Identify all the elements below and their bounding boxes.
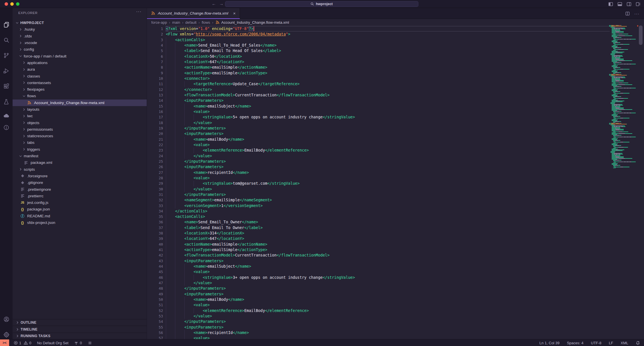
code-line-4[interactable]: <name>Send_Email_To_Head_Of_Sales</name> [166,43,605,48]
tree-item-tabs[interactable]: tabs [13,139,147,146]
zoom-window-button[interactable] [16,2,19,6]
activity-test-beaker-icon[interactable] [0,96,13,108]
tree-item-.prettierignore[interactable]: .prettierignore [13,186,147,192]
code-line-19[interactable]: </inputParameters> [166,126,605,131]
line-number-9[interactable]: 9 [147,70,163,76]
section-timeline[interactable]: TIMELINE [13,326,147,332]
line-number-57[interactable]: 57 [147,335,163,339]
code-line-29[interactable]: <stringValue>tom@gearset.com</stringValu… [166,181,605,186]
line-number-15[interactable]: 15 [147,104,163,109]
line-number-35[interactable]: 35 [147,214,163,219]
more-actions-icon[interactable]: ··· [136,9,142,14]
line-number-49[interactable]: 49 [147,291,163,297]
code-line-42[interactable]: <flowTransactionModel>CurrentTransaction… [166,252,605,258]
code-line-15[interactable]: <name>emailSubject</name> [166,104,605,109]
tree-item-objects[interactable]: objects [13,119,147,126]
line-number-16[interactable]: 16 [147,109,163,114]
task-menu[interactable] [88,341,92,345]
code-line-53[interactable]: </value> [166,313,605,319]
activity-files-icon[interactable] [0,19,13,30]
tree-item-force-app-main-default[interactable]: force-app / main / default [13,53,147,59]
line-number-33[interactable]: 33 [147,203,163,208]
code-line-41[interactable]: <actionType>emailSimple</actionType> [166,247,605,252]
code-line-10[interactable]: <connector> [166,76,605,81]
line-number-37[interactable]: 37 [147,225,163,230]
line-number-30[interactable]: 30 [147,186,163,192]
code-line-28[interactable]: <value> [166,175,605,181]
code-line-16[interactable]: <value> [166,109,605,114]
cursor-position[interactable]: Ln 1, Col 39 [539,341,559,345]
line-number-3[interactable]: 3 [147,37,163,43]
code-line-13[interactable]: <flowTransactionModel>CurrentTransaction… [166,92,605,98]
minimap[interactable] [609,25,637,168]
tree-item-.husky[interactable]: .husky [13,26,147,33]
line-number-18[interactable]: 18 [147,120,163,126]
code-line-26[interactable]: <inputParameters> [166,164,605,170]
panel-right-icon[interactable] [627,2,631,7]
activity-run-debug-icon[interactable] [0,65,13,77]
code-line-51[interactable]: <value> [166,302,605,308]
code-line-57[interactable]: <value> [166,335,605,339]
code-line-20[interactable]: <inputParameters> [166,131,605,136]
tree-item-README.md[interactable]: iREADME.md [13,213,147,219]
code-line-38[interactable]: <locationX>314</locationX> [166,230,605,236]
tree-item-package.json[interactable]: {}package.json [13,206,147,212]
code-line-7[interactable]: <locationY>647</locationY> [166,59,605,65]
code-line-17[interactable]: <stringValue>5+ open opps on account ind… [166,114,605,120]
tree-item-contentassets[interactable]: contentassets [13,79,147,86]
code-line-46[interactable]: <stringValue>3+ open opps on account ind… [166,275,605,280]
minimize-window-button[interactable] [10,2,14,6]
tree-item-permissionsets[interactable]: permissionsets [13,126,147,133]
line-number-25[interactable]: 25 [147,159,163,164]
tree-item-lwc[interactable]: lwc [13,113,147,119]
command-center-search[interactable]: hwproject [225,1,418,7]
line-number-1[interactable]: 1 [147,26,163,31]
line-number-8[interactable]: 8 [147,65,163,70]
code-line-1[interactable]: <?xml version="1.0" encoding="UTF-8"?> [166,26,605,31]
line-number-36[interactable]: 36 [147,219,163,225]
code-line-25[interactable]: </inputParameters> [166,159,605,164]
line-number-7[interactable]: 7 [147,59,163,65]
line-number-53[interactable]: 53 [147,313,163,319]
line-number-50[interactable]: 50 [147,297,163,302]
indentation[interactable]: Spaces: 4 [567,341,583,345]
breadcrumb-2[interactable]: default [185,20,196,25]
code-line-8[interactable]: <actionName>emailSimple</actionName> [166,65,605,70]
line-number-gutter[interactable]: 1234567891011121314151617181920212223242… [147,26,163,339]
code-line-27[interactable]: <name>recipientId</name> [166,170,605,175]
code-line-40[interactable]: <actionName>emailSimple</actionName> [166,242,605,247]
conflicts[interactable]: 0 [74,341,82,345]
tree-item-flows[interactable]: flows [13,93,147,99]
code-line-48[interactable]: </inputParameters> [166,286,605,291]
breadcrumb-3[interactable]: flows [202,20,210,25]
line-number-56[interactable]: 56 [147,330,163,335]
line-number-13[interactable]: 13 [147,92,163,98]
line-number-24[interactable]: 24 [147,153,163,159]
line-number-42[interactable]: 42 [147,252,163,258]
line-number-54[interactable]: 54 [147,319,163,324]
layout-customize-icon[interactable] [636,2,641,7]
section-running-tasks[interactable]: RUNNING TASKS [13,333,147,339]
activity-gear-icon[interactable] [0,329,13,340]
split-editor-icon[interactable] [625,11,630,16]
tree-item-config[interactable]: config [13,46,147,53]
code-line-24[interactable]: </value> [166,153,605,159]
problems[interactable]: 10 [14,341,31,345]
line-number-41[interactable]: 41 [147,247,163,252]
line-number-4[interactable]: 4 [147,43,163,48]
activity-account-icon[interactable] [0,313,13,325]
line-number-39[interactable]: 39 [147,236,163,241]
tree-item-.sfdx[interactable]: .sfdx [13,33,147,39]
tree-item-classes[interactable]: classes [13,73,147,79]
code-line-14[interactable]: <inputParameters> [166,98,605,103]
tree-item-applications[interactable]: applications [13,59,147,66]
line-number-27[interactable]: 27 [147,170,163,175]
line-number-6[interactable]: 6 [147,54,163,59]
code-line-56[interactable]: <name>recipientId</name> [166,330,605,335]
code-line-22[interactable]: <value> [166,142,605,148]
tree-item-triggers[interactable]: triggers [13,146,147,153]
line-number-43[interactable]: 43 [147,258,163,264]
line-number-45[interactable]: 45 [147,269,163,275]
breadcrumb-4[interactable]: Account_Industry_Change.flow-meta.xml [215,20,289,25]
tree-item-aura[interactable]: aura [13,66,147,73]
